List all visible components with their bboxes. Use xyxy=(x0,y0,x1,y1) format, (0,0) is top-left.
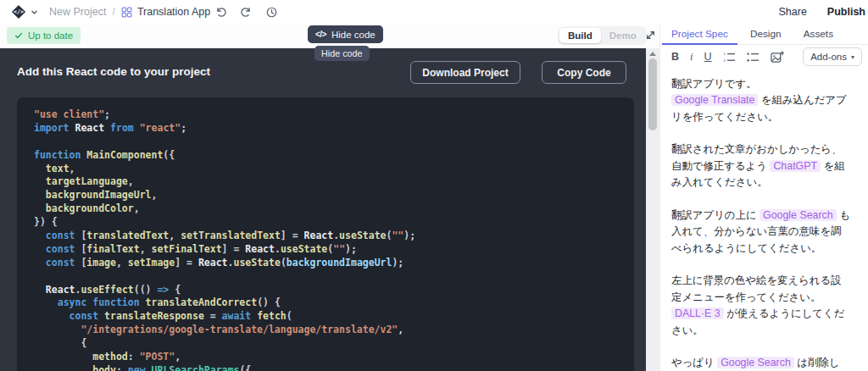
code-line: text, xyxy=(34,163,634,176)
breadcrumb-app[interactable]: Translation App xyxy=(121,6,210,18)
code-line: backgroundImageUrl, xyxy=(34,189,634,202)
code-line xyxy=(34,270,634,284)
spec-paragraph: 左上に背景の色や絵を変えられる設定メニューを作ってください。 DALL·E 3 … xyxy=(671,273,850,339)
hide-code-tooltip: Hide code xyxy=(314,46,370,61)
spec-format-toolbar: B i U 1 2 Add-ons ▾ xyxy=(660,45,868,69)
svg-text:</>: </> xyxy=(14,8,24,15)
code-line xyxy=(34,136,634,149)
svg-text:1: 1 xyxy=(723,52,726,56)
spec-paragraph: 翻訳アプリです。Google Translate を組み込んだアプリを作ってくだ… xyxy=(671,76,850,125)
project-grid-icon xyxy=(121,7,132,18)
hide-code-button[interactable]: </> Hide code xyxy=(308,25,383,43)
code-line: { xyxy=(34,337,634,351)
mention-chip[interactable]: Google Search xyxy=(760,209,837,221)
code-line: targetLanguage, xyxy=(34,175,634,189)
code-line: function MainComponent({ xyxy=(34,149,634,163)
code-panel-title: Add this React code to your project xyxy=(17,65,210,78)
download-project-button[interactable]: Download Project xyxy=(410,61,520,84)
expand-icon[interactable] xyxy=(644,29,657,42)
code-scrollbar[interactable] xyxy=(646,48,659,371)
code-line: import React from "react"; xyxy=(34,122,634,136)
status-bar: Up to date </> Hide code Hide code Build… xyxy=(0,24,659,48)
app-logo-icon: </> xyxy=(10,3,27,20)
mention-chip[interactable]: Google Translate xyxy=(671,94,758,106)
code-line: const translateResponse = await fetch( xyxy=(34,310,634,324)
italic-button[interactable]: i xyxy=(690,52,693,63)
scrollbar-thumb[interactable] xyxy=(648,58,657,130)
build-demo-toggle: Build Demo xyxy=(558,26,647,45)
underline-button[interactable]: U xyxy=(704,52,712,63)
code-line: const [finalText, setFinalText] = React.… xyxy=(34,243,634,257)
code-line: "/integrations/google-translate/language… xyxy=(34,324,634,337)
spec-paragraph: やっぱり Google Search は削除してください xyxy=(671,355,850,371)
redo-button[interactable] xyxy=(240,6,253,19)
chevron-down-icon: ▾ xyxy=(851,53,854,61)
breadcrumb-app-label: Translation App xyxy=(137,6,210,18)
add-ons-dropdown[interactable]: Add-ons ▾ xyxy=(803,47,862,66)
svg-text:2: 2 xyxy=(723,58,726,62)
mention-chip[interactable]: ChatGPT xyxy=(770,160,821,172)
mention-chip[interactable]: DALL·E 3 xyxy=(671,307,724,319)
build-tab[interactable]: Build xyxy=(559,28,601,43)
code-icon: </> xyxy=(315,30,326,39)
up-to-date-label: Up to date xyxy=(28,30,73,41)
spec-paragraph: 翻訳アプリの上に Google Search も入れて、分からない言葉の意味を調… xyxy=(671,208,850,257)
topbar-actions: Share Publish xyxy=(778,0,865,24)
history-controls xyxy=(214,0,278,24)
code-line: body: new URLSearchParams({ xyxy=(34,364,634,371)
tab-design[interactable]: Design xyxy=(739,24,793,44)
breadcrumb-project[interactable]: New Project xyxy=(49,6,106,18)
right-panel-tabs: Project Spec Design Assets xyxy=(660,24,868,45)
up-to-date-badge: Up to date xyxy=(7,27,81,44)
hide-code-label: Hide code xyxy=(331,30,376,40)
scroll-up-arrow-icon[interactable] xyxy=(649,52,656,56)
chevron-down-icon xyxy=(31,8,38,16)
spec-paragraph: 翻訳された文章がおかしかったら、自動で修正するよう ChatGPT を組み入れて… xyxy=(671,141,850,191)
code-line: const [image, setImage] = React.useState… xyxy=(34,257,634,270)
code-content: "use client";import React from "react"; … xyxy=(34,108,634,371)
bullet-list-button[interactable] xyxy=(747,52,760,63)
share-button[interactable]: Share xyxy=(778,6,806,18)
tab-project-spec[interactable]: Project Spec xyxy=(660,24,739,44)
check-icon xyxy=(14,31,23,40)
ordered-list-button[interactable]: 1 2 xyxy=(723,52,736,63)
code-line: method: "POST", xyxy=(34,351,634,364)
bold-button[interactable]: B xyxy=(671,52,679,63)
history-clock-button[interactable] xyxy=(265,6,278,19)
code-line: async function translateAndCorrect() { xyxy=(34,296,634,310)
undo-button[interactable] xyxy=(214,6,227,19)
code-panel: Add this React code to your project Down… xyxy=(0,48,646,371)
mention-chip[interactable]: Google Search xyxy=(717,357,794,368)
breadcrumb-separator: / xyxy=(112,6,114,18)
tab-assets[interactable]: Assets xyxy=(793,24,844,44)
code-line: backgroundColor, xyxy=(34,202,634,216)
spec-editor[interactable]: 翻訳アプリです。Google Translate を組み込んだアプリを作ってくだ… xyxy=(660,69,862,371)
breadcrumb: New Project / Translation App xyxy=(49,0,210,24)
top-bar: </> New Project / Translation App xyxy=(0,0,868,24)
publish-button[interactable]: Publish xyxy=(827,6,865,18)
code-line: const [translatedText, setTranslatedText… xyxy=(34,230,634,243)
code-line: "use client"; xyxy=(34,108,634,122)
code-line: }) { xyxy=(34,216,634,230)
add-ons-label: Add-ons xyxy=(810,52,847,62)
code-editor[interactable]: "use client";import React from "react"; … xyxy=(17,97,634,371)
demo-tab[interactable]: Demo xyxy=(601,28,645,43)
insert-image-button[interactable] xyxy=(771,51,784,64)
app-menu-button[interactable]: </> xyxy=(10,3,38,20)
right-panel: Project Spec Design Assets B i U 1 2 Add… xyxy=(659,24,868,371)
code-line: React.useEffect(() => { xyxy=(34,284,634,297)
copy-code-button[interactable]: Copy Code xyxy=(542,61,626,84)
